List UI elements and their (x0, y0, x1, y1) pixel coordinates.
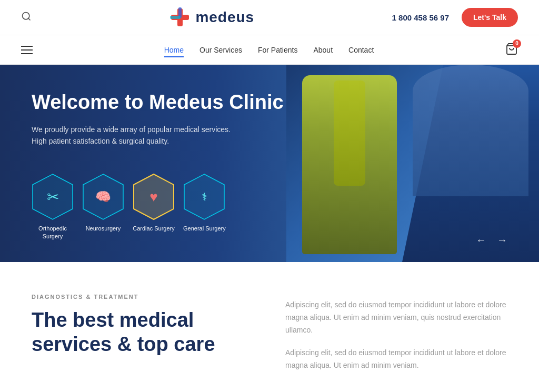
section-text-1: Adipiscing elit, sed do eiusmod tempor i… (285, 299, 507, 336)
section-tag: DIAGNOSTICS & TREATMENT (32, 294, 254, 300)
logo-text: medeus (195, 9, 254, 26)
nav-links: Home Our Services For Patients About Con… (164, 45, 374, 55)
service-orthopedic[interactable]: ✂ OrthopedicSurgery (32, 173, 74, 240)
svg-line-1 (28, 18, 31, 21)
nav-link-patients[interactable]: For Patients (258, 46, 297, 56)
lets-talk-button[interactable]: Let's Talk (462, 8, 518, 27)
nav-item-contact[interactable]: Contact (348, 45, 374, 55)
service-neurosurgery[interactable]: 🧠 Neurosurgery (82, 173, 124, 240)
navigation: Home Our Services For Patients About Con… (0, 35, 539, 65)
cart-badge: 0 (513, 39, 521, 48)
next-arrow[interactable]: → (497, 234, 507, 246)
nav-link-services[interactable]: Our Services (199, 46, 242, 56)
general-label: General Surgery (183, 225, 226, 232)
hero-services: ✂ OrthopedicSurgery 🧠 Neurosurgery (32, 173, 284, 240)
logo[interactable]: medeus (169, 6, 254, 28)
svg-point-0 (23, 13, 29, 19)
logo-icon (169, 6, 191, 28)
services-section: DIAGNOSTICS & TREATMENT The best medical… (0, 262, 539, 392)
hero-subtitle-line2: High patient satisfaction & surgical qua… (32, 137, 169, 145)
top-bar: medeus 1 800 458 56 97 Let's Talk (0, 0, 539, 35)
hero-arrows: ← → (476, 234, 507, 246)
section-title-line1: The best medical (32, 309, 194, 331)
cardiac-icon: ♥ (149, 189, 157, 205)
nav-item-about[interactable]: About (313, 45, 333, 55)
section-text-2: Adipiscing elit, sed do eiusmod tempor i… (285, 347, 507, 372)
orthopedic-label: OrthopedicSurgery (38, 225, 67, 240)
service-cardiac[interactable]: ♥ Cardiac Surgery (133, 173, 175, 240)
section-left: DIAGNOSTICS & TREATMENT The best medical… (32, 294, 254, 372)
nav-link-contact[interactable]: Contact (348, 46, 374, 56)
general-icon: ⚕ (202, 190, 207, 203)
prev-arrow[interactable]: ← (476, 234, 486, 246)
search-button[interactable] (21, 11, 32, 24)
hero-content: Welcome to Medeus Clinic We proudly prov… (32, 91, 284, 240)
hero-subtitle-line1: We proudly provide a wide array of popul… (32, 125, 231, 134)
cardiac-label: Cardiac Surgery (133, 225, 174, 232)
section-title: The best medical services & top care (32, 308, 254, 356)
section-title-line2: services & top care (32, 333, 215, 355)
hero-subtitle: We proudly provide a wide array of popul… (32, 124, 284, 147)
hamburger-menu[interactable] (21, 46, 33, 54)
neuro-label: Neurosurgery (86, 225, 121, 232)
section-right: Adipiscing elit, sed do eiusmod tempor i… (285, 294, 507, 372)
nav-item-patients[interactable]: For Patients (258, 45, 297, 55)
cart-button[interactable]: 0 (505, 43, 518, 57)
phone-number: 1 800 458 56 97 (392, 13, 449, 22)
nav-link-about[interactable]: About (313, 46, 333, 56)
top-bar-right: 1 800 458 56 97 Let's Talk (392, 8, 518, 27)
hero-title: Welcome to Medeus Clinic (32, 91, 284, 114)
nav-item-home[interactable]: Home (164, 45, 184, 55)
svg-rect-5 (170, 16, 181, 19)
hero-section: Welcome to Medeus Clinic We proudly prov… (0, 65, 539, 262)
nav-link-home[interactable]: Home (164, 46, 184, 57)
service-general[interactable]: ⚕ General Surgery (183, 173, 226, 240)
neuro-icon: 🧠 (95, 189, 111, 204)
orthopedic-icon: ✂ (47, 188, 59, 206)
nav-item-services[interactable]: Our Services (199, 45, 242, 55)
